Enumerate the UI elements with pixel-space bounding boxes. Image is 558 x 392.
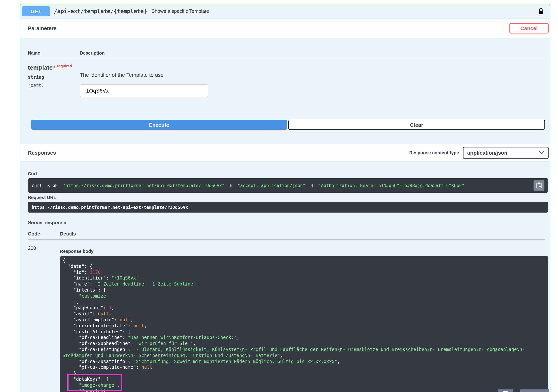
required-asterisk: *	[53, 65, 56, 71]
column-details-header: Details	[60, 231, 76, 237]
responses-body: Curl curl -X GET "https://rissc.demo.pri…	[20, 161, 550, 392]
response-content-type-wrap: Response content type application/json	[409, 146, 549, 159]
server-response-table-header: Code Details	[28, 231, 545, 240]
parameter-row-template: template*required string (path) The iden…	[28, 64, 548, 97]
curl-command: curl -X GET "https://rissc.demo.printfor…	[32, 183, 527, 188]
endpoint-header[interactable]: GET /api-ext/template/{template} Shows a…	[20, 4, 550, 18]
response-details-cell: Response body { "data": { "id": 1170, "i…	[60, 245, 548, 392]
curl-code-block: curl -X GET "https://rissc.demo.printfor…	[28, 178, 548, 193]
api-endpoint-panel: GET /api-ext/template/{template} Shows a…	[20, 4, 550, 392]
parameters-table: Name Description template*required strin…	[20, 38, 550, 144]
parameter-name: template	[28, 64, 53, 71]
copy-response-button[interactable]	[498, 389, 513, 392]
execute-row: Execute Clear	[31, 120, 545, 130]
request-url-value: https://rissc.demo.printformer.net/api-e…	[32, 205, 544, 210]
parameter-location: (path)	[28, 83, 80, 88]
clear-button[interactable]: Clear	[288, 120, 545, 130]
cancel-button[interactable]: Cancel	[509, 23, 549, 34]
request-url-label: Request URL	[28, 195, 548, 200]
response-body-block[interactable]: { "data": { "id": 1170, "identifier": "r…	[60, 256, 548, 392]
chevron-down-icon	[539, 151, 544, 154]
swagger-page: GET /api-ext/template/{template} Shows a…	[0, 0, 558, 392]
padlock-closed-icon	[538, 7, 544, 15]
column-code-header: Code	[28, 231, 60, 237]
content-type-selected-value: application/json	[467, 150, 507, 155]
template-value-input[interactable]	[80, 84, 208, 97]
responses-section-header: Responses Response content type applicat…	[20, 144, 550, 161]
status-code: 200	[28, 245, 60, 392]
execute-button[interactable]: Execute	[31, 120, 287, 130]
request-url-block: https://rissc.demo.printformer.net/api-e…	[28, 202, 548, 213]
endpoint-summary: Shows a specific Template	[152, 8, 209, 14]
clipboard-icon	[503, 391, 508, 392]
download-response-button[interactable]	[520, 389, 549, 392]
parameter-description: The identifier of the Template to use	[80, 72, 548, 78]
required-label: required	[57, 64, 72, 68]
clipboard-copy-icon	[536, 182, 542, 189]
response-content-type-label: Response content type	[409, 150, 459, 155]
parameters-table-header: Name Description	[28, 51, 545, 58]
parameters-title: Parameters	[28, 25, 57, 31]
auth-lock-button[interactable]	[538, 7, 544, 15]
response-body-label: Response body	[60, 249, 548, 254]
server-response-row: 200 Response body { "data": { "id": 1170…	[28, 245, 548, 392]
parameters-section-header: Parameters Cancel	[20, 18, 550, 38]
response-content-type-select[interactable]: application/json	[463, 146, 549, 159]
parameter-name-cell: template*required string (path)	[28, 64, 80, 97]
responses-title: Responses	[28, 150, 56, 155]
column-description-header: Description	[80, 51, 105, 56]
endpoint-path[interactable]: /api-ext/template/{template}	[54, 8, 147, 15]
parameter-description-cell: The identifier of the Template to use	[80, 64, 548, 97]
column-name-header: Name	[28, 51, 80, 56]
server-response-label: Server response	[28, 220, 548, 225]
copy-curl-button[interactable]	[533, 180, 544, 191]
http-method-badge: GET	[22, 6, 50, 16]
response-body-json: { "data": { "id": 1170, "identifier": "r…	[62, 258, 533, 392]
parameter-type: string	[28, 75, 80, 80]
curl-label: Curl	[28, 171, 548, 176]
